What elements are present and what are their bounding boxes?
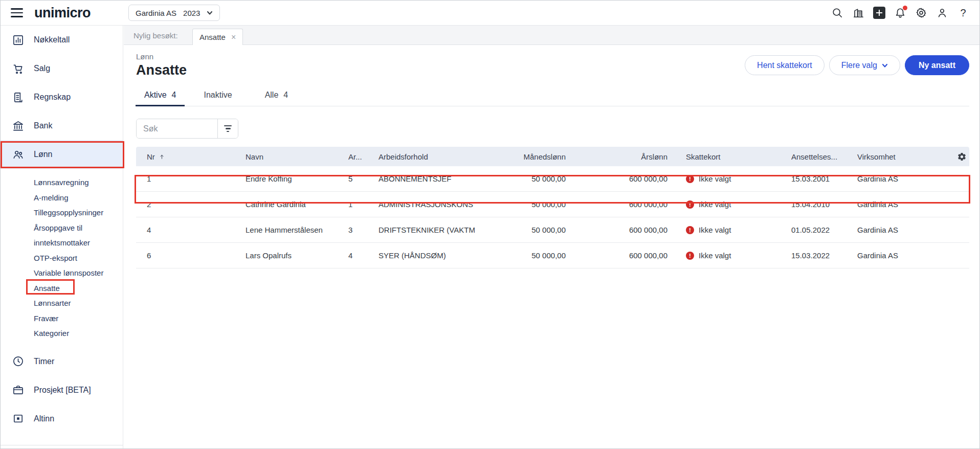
sidebar-bottom-group: Timer Prosjekt [BETA] Altinn bbox=[1, 347, 123, 433]
submenu-item-lonnsarter[interactable]: Lønnsarter bbox=[34, 296, 116, 311]
submenu-item-variable-lonnsposter[interactable]: Variable lønnsposter bbox=[34, 265, 116, 281]
quick-add-icon[interactable] bbox=[873, 7, 885, 19]
chevron-down-icon bbox=[882, 62, 888, 69]
column-header-virksomhet[interactable]: Virksomhet bbox=[857, 152, 954, 161]
tab-aktive[interactable]: Aktive4 bbox=[136, 91, 185, 106]
recent-tab-label: Ansatte bbox=[199, 33, 226, 41]
bar-chart-icon bbox=[12, 34, 24, 46]
search-box bbox=[136, 119, 238, 139]
sidebar-item-altinn[interactable]: Altinn bbox=[1, 405, 123, 433]
column-header-ar[interactable]: Ar... bbox=[348, 152, 378, 161]
help-icon[interactable]: ? bbox=[957, 7, 969, 19]
filter-icon bbox=[224, 125, 232, 126]
page-header: Lønn Ansatte Hent skattekort Flere valg … bbox=[124, 45, 980, 78]
settings-gear-icon[interactable] bbox=[915, 7, 927, 19]
altinn-icon bbox=[12, 413, 24, 424]
employee-name: Lars Opalrufs bbox=[246, 251, 348, 260]
ny-ansatt-button[interactable]: Ny ansatt bbox=[905, 55, 969, 75]
sidebar-item-bank[interactable]: Bank bbox=[1, 111, 123, 140]
notifications-bell-icon[interactable] bbox=[894, 7, 906, 19]
sidebar-item-label: Lønn bbox=[34, 150, 52, 159]
table-row-employee-1[interactable]: 1 Endre Koffing 5 ABONNEMENTSJEF 50 000,… bbox=[136, 166, 969, 192]
error-icon: ! bbox=[686, 252, 694, 260]
submenu-item-lonnsavregning[interactable]: Lønnsavregning bbox=[34, 175, 116, 190]
sidebar-item-label: Altinn bbox=[34, 414, 54, 423]
recently-visited-label: Nylig besøkt: bbox=[133, 31, 178, 39]
people-icon bbox=[12, 149, 24, 161]
submenu-item-fravaer[interactable]: Fravær bbox=[34, 311, 116, 326]
submenu-item-kategorier[interactable]: Kategorier bbox=[34, 326, 116, 341]
search-icon[interactable] bbox=[831, 7, 843, 19]
table-row-employee-4[interactable]: 4 Lene Hammerstålesen 3 DRIFTSTEKNIKER (… bbox=[136, 217, 969, 243]
tab-alle[interactable]: Alle4 bbox=[256, 91, 297, 106]
recent-tab-ansatte[interactable]: Ansatte × bbox=[192, 29, 243, 45]
app-window: unimicro Gardinia AS 2023 ? bbox=[0, 0, 980, 449]
error-icon: ! bbox=[686, 226, 694, 234]
sidebar-item-salg[interactable]: Salg bbox=[1, 54, 123, 83]
employee-name: Cathrine Gardinia bbox=[246, 200, 348, 209]
flere-valg-button[interactable]: Flere valg bbox=[829, 55, 900, 75]
sidebar-item-lonn[interactable]: Lønn bbox=[1, 140, 123, 169]
sidebar-item-label: Prosjekt [BETA] bbox=[34, 386, 91, 395]
sidebar-item-timer[interactable]: Timer bbox=[1, 347, 123, 376]
column-header-ansettelses[interactable]: Ansettelses... bbox=[791, 152, 857, 161]
bank-icon bbox=[12, 120, 24, 132]
document-icon bbox=[12, 92, 24, 103]
company-name: Gardinia AS bbox=[136, 9, 176, 17]
company-building-icon[interactable] bbox=[852, 7, 864, 19]
hamburger-menu-icon[interactable] bbox=[11, 8, 23, 17]
submenu-item-arsoppgave[interactable]: Årsoppgave til inntektsmottaker bbox=[34, 220, 116, 251]
main-content: Nylig besøkt: Ansatte × Lønn Ansatte Hen… bbox=[124, 26, 980, 449]
submenu-item-tilleggsopplysninger[interactable]: Tilleggsopplysninger bbox=[34, 205, 116, 220]
user-profile-icon[interactable] bbox=[936, 7, 948, 19]
status-filter-tabs: Aktive4 Inaktive Alle4 bbox=[136, 91, 969, 106]
sidebar-item-nokkeltall[interactable]: Nøkkeltall bbox=[1, 26, 123, 54]
company-year-selector[interactable]: Gardinia AS 2023 bbox=[128, 5, 220, 21]
column-header-navn[interactable]: Navn bbox=[246, 152, 348, 161]
employee-name: Endre Koffing bbox=[246, 174, 348, 183]
error-icon: ! bbox=[686, 175, 694, 183]
sidebar: Nøkkeltall Salg Regnskap Bank Lønn Lønns… bbox=[1, 26, 123, 449]
tab-inaktive[interactable]: Inaktive bbox=[195, 91, 246, 106]
column-settings-gear-icon[interactable] bbox=[954, 152, 969, 162]
table-row-employee-2[interactable]: 2 Cathrine Gardinia 1 ADMINISTRASJONSKON… bbox=[136, 192, 969, 217]
column-header-arslonn[interactable]: Årslønn bbox=[567, 152, 669, 161]
tab-count: 4 bbox=[172, 91, 176, 100]
sidebar-item-label: Timer bbox=[34, 357, 54, 366]
shopping-cart-icon bbox=[12, 63, 24, 75]
topbar: unimicro Gardinia AS 2023 ? bbox=[1, 1, 979, 26]
search-input[interactable] bbox=[137, 119, 217, 138]
sidebar-item-regnskap[interactable]: Regnskap bbox=[1, 83, 123, 111]
column-header-arbeidsforhold[interactable]: Arbeidsforhold bbox=[378, 152, 492, 161]
chevron-down-icon bbox=[207, 10, 213, 16]
table-header: Nr Navn Ar... Arbeidsforhold Månedslønn … bbox=[136, 147, 969, 166]
sidebar-item-label: Salg bbox=[34, 64, 50, 73]
sidebar-item-prosjekt[interactable]: Prosjekt [BETA] bbox=[1, 376, 123, 405]
employee-name: Lene Hammerstålesen bbox=[246, 226, 348, 234]
recently-visited-bar: Nylig besøkt: Ansatte × bbox=[124, 26, 980, 45]
sidebar-item-label: Bank bbox=[34, 121, 52, 130]
fiscal-year: 2023 bbox=[183, 9, 200, 17]
table-row-employee-6[interactable]: 6 Lars Opalrufs 4 SYER (HÅNDSØM) 50 000,… bbox=[136, 243, 969, 268]
submenu-item-otp-eksport[interactable]: OTP-eksport bbox=[34, 251, 116, 266]
tab-count: 4 bbox=[283, 91, 288, 100]
briefcase-icon bbox=[12, 384, 24, 396]
lonn-submenu: Lønnsavregning A-melding Tilleggsopplysn… bbox=[1, 175, 123, 341]
submenu-item-ansatte[interactable]: Ansatte bbox=[34, 281, 116, 296]
filter-button[interactable] bbox=[217, 119, 238, 138]
app-logo: unimicro bbox=[34, 5, 91, 21]
header-actions: Hent skattekort Flere valg Ny ansatt bbox=[745, 55, 969, 75]
column-header-skattekort[interactable]: Skattekort bbox=[669, 152, 791, 161]
hent-skattekort-button[interactable]: Hent skattekort bbox=[745, 55, 825, 75]
submenu-item-a-melding[interactable]: A-melding bbox=[34, 190, 116, 206]
error-icon: ! bbox=[686, 200, 694, 209]
column-header-nr[interactable]: Nr bbox=[136, 152, 246, 161]
column-header-manedslonn[interactable]: Månedslønn bbox=[492, 152, 567, 161]
sort-ascending-icon bbox=[159, 153, 165, 160]
topbar-icons: ? bbox=[831, 7, 969, 19]
close-icon[interactable]: × bbox=[231, 33, 236, 41]
employees-table: Nr Navn Ar... Arbeidsforhold Månedslønn … bbox=[136, 147, 969, 268]
sidebar-item-label: Regnskap bbox=[34, 93, 71, 102]
sidebar-divider bbox=[1, 445, 123, 445]
notification-badge bbox=[903, 6, 907, 10]
